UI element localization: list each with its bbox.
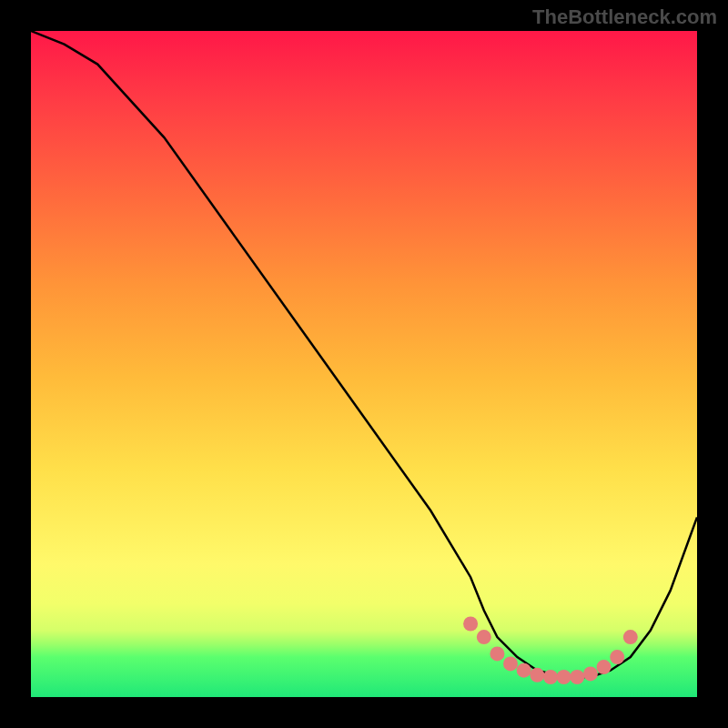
highlight-dot — [517, 663, 531, 678]
chart-frame: TheBottleneck.com — [0, 0, 728, 728]
chart-svg — [31, 31, 697, 697]
highlight-dot — [477, 630, 491, 644]
highlight-dot — [490, 646, 504, 661]
bottleneck-curve — [31, 31, 697, 677]
highlight-dot — [570, 670, 584, 684]
highlight-dot — [610, 650, 624, 664]
highlight-dots — [463, 617, 638, 685]
highlight-dot — [503, 656, 518, 671]
chart-plot-area — [31, 31, 697, 697]
highlight-dot — [557, 670, 571, 684]
highlight-dot — [463, 617, 478, 632]
highlight-dot — [543, 670, 558, 684]
highlight-dot — [583, 666, 598, 681]
highlight-dot — [623, 630, 638, 644]
watermark-text: TheBottleneck.com — [532, 5, 717, 29]
highlight-dot — [530, 668, 544, 682]
highlight-dot — [597, 660, 612, 674]
